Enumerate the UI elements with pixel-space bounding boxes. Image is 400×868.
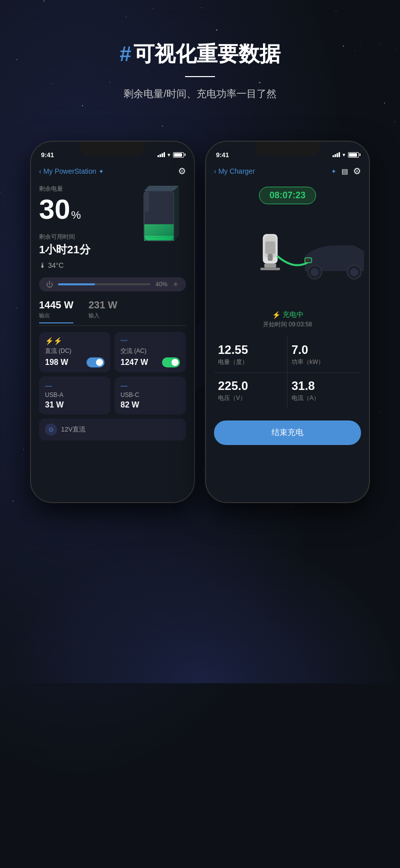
brightness-slider[interactable]: ⏻ 40% ☀ bbox=[39, 277, 186, 291]
title-divider bbox=[185, 76, 215, 77]
status-icons-right: ▾ bbox=[332, 152, 359, 158]
usb-a-title: USB-A bbox=[45, 391, 104, 398]
charging-status-section: ⚡ 充电中 开始时间 09:03:58 bbox=[206, 306, 369, 333]
input-stat: 231 W 输入 bbox=[88, 299, 118, 319]
main-content-left: 剩余电量 30 % 剩余可用时间 1小时21分 🌡 34°C ⏻ bbox=[31, 181, 194, 446]
status-time-left: 9:41 bbox=[41, 151, 54, 159]
nav-title-left: My PowerStation bbox=[44, 167, 96, 175]
wifi-icon: ▾ bbox=[168, 152, 170, 158]
battery-percent-value: 30 bbox=[39, 195, 70, 223]
right-phone: 9:41 ▾ ‹ My bbox=[205, 141, 370, 503]
bluetooth-icon-left: ✦ bbox=[98, 168, 104, 175]
hash-symbol: # bbox=[120, 42, 131, 66]
phone-notch-left bbox=[80, 142, 145, 156]
charging-active-label: ⚡ 充电中 bbox=[210, 310, 365, 319]
brightness-icon: ☀ bbox=[172, 280, 179, 288]
input-value: 231 W bbox=[88, 299, 118, 311]
dc-title: 直流 (DC) bbox=[45, 347, 104, 355]
bottom-area bbox=[0, 533, 400, 683]
back-chevron-icon-right: ‹ bbox=[214, 167, 216, 175]
svg-point-10 bbox=[310, 268, 318, 276]
12v-card: ⊙ 12V直流 bbox=[39, 418, 186, 441]
svg-point-12 bbox=[350, 268, 358, 276]
svg-rect-8 bbox=[145, 192, 149, 212]
right-phone-screen: 9:41 ▾ ‹ My bbox=[206, 142, 369, 502]
dc-toggle[interactable] bbox=[86, 357, 104, 367]
bluetooth-icon-right: ✦ bbox=[331, 168, 336, 175]
nav-right-left: ⚙ bbox=[178, 166, 186, 177]
input-label: 输入 bbox=[88, 312, 118, 319]
battery-illustration bbox=[134, 181, 189, 251]
nav-bar-left: ‹ My PowerStation ✦ ⚙ bbox=[31, 164, 194, 181]
stat-voltage: 225.0 电压（V） bbox=[214, 373, 288, 408]
usb-a-card: — USB-A 31 W bbox=[39, 376, 110, 414]
dc-icon: ⚡⚡ bbox=[45, 337, 104, 345]
end-charge-button[interactable]: 结束充电 bbox=[214, 420, 361, 445]
output-label: 输出 bbox=[39, 312, 74, 319]
12v-icon: ⊙ bbox=[45, 423, 57, 436]
stat-power: 7.0 功率（kW） bbox=[288, 337, 361, 373]
stats-divider bbox=[39, 325, 186, 326]
page-subtitle: 剩余电量/时间、充电功率一目了然 bbox=[20, 87, 380, 101]
svg-rect-16 bbox=[268, 254, 272, 261]
settings-icon-left[interactable]: ⚙ bbox=[178, 166, 186, 177]
nav-back-right[interactable]: ‹ My Charger bbox=[214, 167, 255, 175]
power-stats: 1445 W 输出 231 W 输入 bbox=[39, 299, 186, 319]
signal-icon bbox=[158, 152, 165, 157]
back-chevron-icon: ‹ bbox=[39, 167, 42, 175]
output-cards: ⚡⚡ 直流 (DC) 198 W 〰 交流 (AC) bbox=[39, 332, 186, 414]
lightning-icon: ⚡ bbox=[272, 311, 280, 319]
doc-icon-right[interactable]: ▤ bbox=[342, 167, 348, 175]
temperature-row: 🌡 34°C bbox=[39, 261, 186, 269]
ac-value: 1247 W bbox=[120, 358, 148, 367]
energy-label: 电量（度） bbox=[218, 358, 283, 366]
usb-a-icon: — bbox=[45, 381, 104, 389]
stat-energy: 12.55 电量（度） bbox=[214, 337, 288, 373]
settings-icon-right[interactable]: ⚙ bbox=[353, 166, 361, 177]
dc-card: ⚡⚡ 直流 (DC) 198 W bbox=[39, 332, 110, 372]
status-icons-left: ▾ bbox=[158, 152, 184, 158]
header-section: #可视化重要数据 剩余电量/时间、充电功率一目了然 bbox=[0, 0, 400, 121]
timer-section: 08:07:23 bbox=[206, 187, 369, 204]
charging-stats-grid: 12.55 电量（度） 7.0 功率（kW） 225.0 电压（V） 31.8 … bbox=[206, 333, 369, 412]
current-label: 电流（A） bbox=[292, 394, 357, 402]
power-value: 7.0 bbox=[292, 343, 357, 357]
ac-toggle[interactable] bbox=[162, 357, 180, 367]
energy-value: 12.55 bbox=[218, 343, 283, 357]
ac-icon: 〰 bbox=[120, 337, 180, 345]
usb-c-card: — USB-C 82 W bbox=[114, 376, 186, 414]
ac-card: 〰 交流 (AC) 1247 W bbox=[114, 332, 186, 372]
usb-c-icon: — bbox=[120, 381, 180, 389]
output-stat: 1445 W 输出 bbox=[39, 299, 74, 319]
svg-rect-19 bbox=[260, 268, 280, 270]
ac-title: 交流 (AC) bbox=[120, 347, 180, 355]
charging-timer: 08:07:23 bbox=[259, 187, 316, 204]
charger-illustration bbox=[206, 206, 369, 306]
thermometer-icon: 🌡 bbox=[39, 261, 46, 269]
temperature-value: 34°C bbox=[48, 261, 64, 269]
power-off-icon: ⏻ bbox=[46, 280, 53, 288]
output-value: 1445 W bbox=[39, 299, 74, 311]
page-title: #可视化重要数据 bbox=[20, 40, 380, 68]
phone-notch-right bbox=[255, 142, 320, 156]
phones-section: 9:41 ▾ ‹ My bbox=[0, 121, 400, 533]
status-time-right: 9:41 bbox=[216, 151, 229, 159]
stat-current: 31.8 电流（A） bbox=[288, 373, 361, 408]
dc-value: 198 W bbox=[45, 358, 68, 367]
usb-a-value: 31 W bbox=[45, 400, 64, 409]
nav-bar-right: ‹ My Charger ✦ ▤ ⚙ bbox=[206, 164, 369, 181]
nav-back-left[interactable]: ‹ My PowerStation ✦ bbox=[39, 167, 104, 175]
slider-track bbox=[58, 283, 150, 285]
nav-right-right: ✦ ▤ ⚙ bbox=[331, 166, 361, 177]
battery-percent-unit: % bbox=[71, 209, 81, 222]
12v-label: 12V直流 bbox=[61, 425, 86, 434]
current-value: 31.8 bbox=[292, 379, 357, 393]
usb-c-title: USB-C bbox=[120, 391, 180, 398]
charging-start-time: 开始时间 09:03:58 bbox=[210, 320, 365, 329]
svg-rect-17 bbox=[305, 258, 312, 263]
battery-status-icon-right bbox=[348, 152, 359, 158]
slider-value: 40% bbox=[156, 281, 168, 288]
voltage-label: 电压（V） bbox=[218, 394, 283, 402]
nav-title-right: My Charger bbox=[218, 167, 255, 175]
wifi-icon-right: ▾ bbox=[342, 152, 346, 158]
